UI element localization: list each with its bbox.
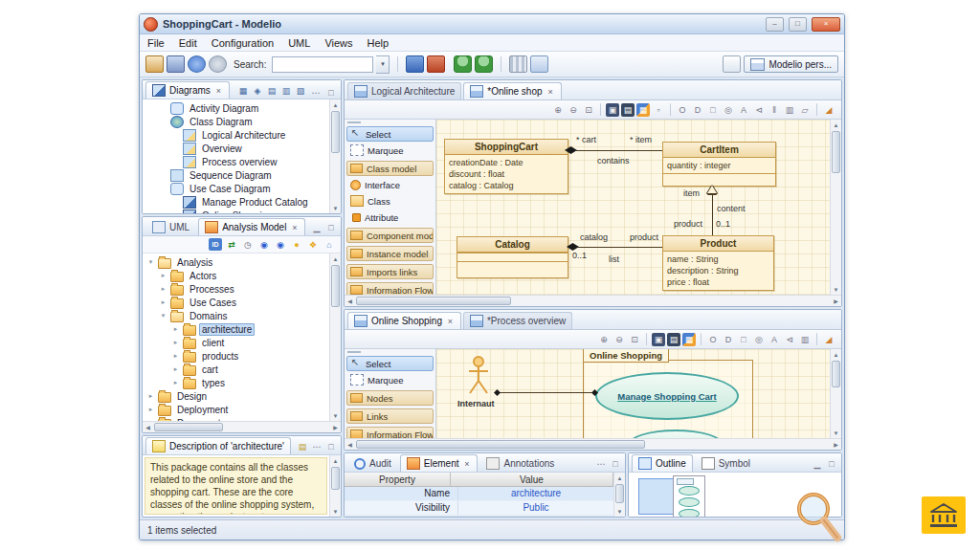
tree-item[interactable]: Logical Architecture [143,128,329,142]
show-links-icon[interactable]: ◎ [722,103,735,117]
show-datatypes-icon[interactable]: D [722,333,735,346]
palette-item[interactable]: Class model [346,161,434,176]
view-menu-icon[interactable]: ⋯ [310,440,323,452]
search-input[interactable] [272,56,373,73]
tree-item[interactable]: ▸ Processes [143,282,329,296]
show-packages-icon[interactable]: O [706,333,720,346]
snapshot-icon[interactable]: ▣ [652,333,665,346]
scroll-thumb[interactable] [615,484,624,503]
scroll-right-icon[interactable]: ▶ [330,422,341,432]
tree-item[interactable]: Activity Diagram [143,101,329,115]
palette-collapse-icon[interactable] [347,351,361,353]
view-menu-icon[interactable]: ⋯ [594,457,608,470]
zoom-fit-icon[interactable]: ⊡ [628,333,641,346]
close-icon[interactable]: × [214,86,223,96]
horizontal-scrollbar[interactable]: ◀ ▶ [143,421,341,432]
vertical-scrollbar[interactable]: ▲ ▼ [613,473,625,517]
zoom-in-icon[interactable]: ⊕ [597,333,611,346]
expander-icon[interactable]: ▸ [171,365,180,373]
palette-item[interactable]: Instance model [346,246,434,261]
tree-item[interactable]: ▸ Design [143,389,329,403]
zoom-fit-icon[interactable]: ⊡ [582,103,595,117]
vertical-scrollbar[interactable]: ▲ ▼ [830,120,841,295]
layout-grid-icon[interactable] [723,55,741,73]
uml-scope-icon[interactable]: ◉ [274,238,287,251]
show-pages-icon[interactable]: ▥ [798,333,812,346]
add-user-icon[interactable] [454,55,472,73]
scroll-down-icon[interactable]: ▼ [330,203,341,213]
vertical-scrollbar[interactable]: ▲ ▼ [329,253,341,421]
expander-icon[interactable]: ▸ [171,379,180,386]
scroll-thumb[interactable] [832,361,840,387]
tree-item[interactable]: ▸ Actors [143,269,329,282]
property-value[interactable]: Public [458,501,613,515]
add-role-icon[interactable] [475,55,493,73]
editor-tab[interactable]: Logical Architecture [347,82,461,99]
tree-item[interactable]: Sequence Diagram [143,168,329,182]
tree-item[interactable]: ▸ products [143,349,329,363]
menu-item[interactable]: Edit [179,37,197,49]
tree-item[interactable]: ▾ Domains [143,309,329,322]
show-notes-icon[interactable]: □ [737,333,750,346]
editor-tab[interactable]: *Process overview [463,312,572,329]
scroll-thumb[interactable] [154,423,223,431]
expander-icon[interactable]: ▸ [171,339,180,346]
fit-mode-icon[interactable]: ▱ [798,103,812,117]
sync-green-icon[interactable]: ⇄ [225,238,238,251]
scroll-thumb[interactable] [832,131,840,173]
show-datatypes-icon[interactable]: D [691,103,704,117]
menu-item[interactable]: Views [324,37,352,49]
scroll-up-icon[interactable]: ▲ [831,349,841,360]
tree-item[interactable]: Use Case Diagram [143,182,329,195]
show-attributes-icon[interactable]: A [737,103,750,117]
palette-item[interactable]: Interface [346,177,434,192]
palette-item[interactable]: Information Flows [346,282,434,295]
tree-item[interactable]: ▸ cart [143,363,329,376]
layout-icon[interactable] [509,55,527,73]
pen-icon[interactable]: ◢ [822,103,835,117]
view-menu-icon[interactable]: ⋯ [309,86,323,99]
new-state-diagram-icon[interactable]: ▧ [294,84,307,97]
save-image-icon[interactable]: ▤ [621,103,635,117]
class-catalog[interactable]: Catalog [457,236,568,278]
new-usecase-diagram-icon[interactable]: ◈ [251,84,264,97]
tree-item[interactable]: Class Diagram [143,115,329,128]
palette-item[interactable]: Select [346,356,434,371]
maximize-button[interactable] [789,17,807,32]
home-icon[interactable]: ⌂ [323,238,336,251]
expander-icon[interactable]: ▾ [159,312,167,320]
scroll-up-icon[interactable]: ▲ [614,473,625,483]
pen-icon[interactable]: ◢ [822,333,835,346]
palette-item[interactable]: Imports links [346,264,434,279]
zoom-in-icon[interactable]: ⊕ [551,103,565,117]
show-packages-icon[interactable]: O [676,103,689,117]
horizontal-scrollbar[interactable]: ◀ ▶ [345,438,841,450]
expander-icon[interactable]: ▾ [146,258,155,266]
show-columns-icon[interactable]: ‖ [768,103,781,117]
tree-item[interactable]: ▸ Deployment [143,403,329,416]
minimize-panel-icon[interactable]: ▁ [310,221,323,233]
scroll-thumb[interactable] [331,265,340,307]
model-panel-tab[interactable]: UML [145,218,196,235]
editor-tab[interactable]: *Online shop × [463,82,561,99]
expander-icon[interactable]: ▸ [159,298,167,306]
column-header[interactable]: Property [345,473,451,486]
new-sequence-diagram-icon[interactable]: ▤ [265,84,278,97]
scroll-thumb[interactable] [331,467,340,490]
id-card-icon[interactable]: ID [209,238,222,251]
show-links-icon[interactable]: ◎ [752,333,766,346]
help-book-icon[interactable] [406,55,424,73]
page-setup-icon[interactable]: ▫ [652,103,665,117]
tree-item[interactable]: Overview [143,142,329,155]
vertical-scrollbar[interactable]: ▲ ▼ [329,99,341,213]
palette-collapse-icon[interactable] [347,121,361,123]
class-cartitem[interactable]: CartItem quantity : integer [662,142,776,187]
table-row[interactable]: Name architecture [345,487,613,501]
scroll-thumb[interactable] [356,440,645,449]
scroll-up-icon[interactable]: ▲ [330,455,341,466]
new-class-diagram-icon[interactable]: ▦ [236,84,250,97]
tree-item[interactable]: ▸ Use Cases [143,296,329,309]
palette-item[interactable]: Nodes [346,390,434,406]
tree-item[interactable]: ▾ Analysis [143,255,329,269]
save-model-icon[interactable] [167,55,185,73]
